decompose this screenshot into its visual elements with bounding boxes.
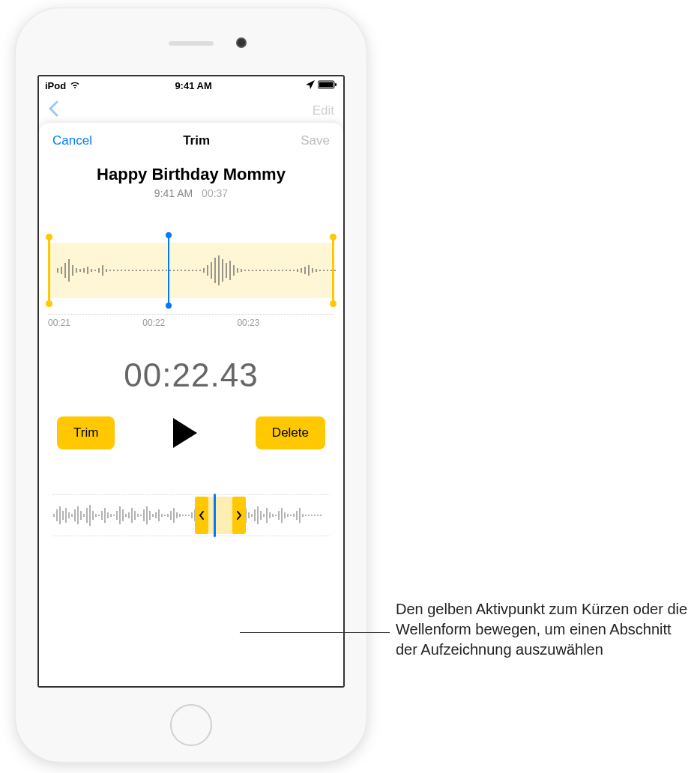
callout-leader-line bbox=[240, 632, 390, 633]
modal-header: Cancel Trim Save bbox=[39, 123, 343, 159]
modal-title: Trim bbox=[183, 133, 210, 148]
overview-waveform-bars bbox=[52, 500, 322, 530]
playback-controls: Trim Delete bbox=[39, 416, 343, 449]
waveform-detail[interactable]: 00:21 00:22 00:23 bbox=[48, 229, 334, 312]
recording-time: 9:41 AM bbox=[154, 187, 193, 199]
ipod-device-frame: iPod 9:41 AM Edit Ca bbox=[15, 7, 367, 763]
waveform-overview[interactable] bbox=[52, 494, 330, 536]
current-timecode: 00:22.43 bbox=[39, 357, 343, 394]
trim-handle-left[interactable] bbox=[48, 237, 50, 304]
time-ruler: 00:21 00:22 00:23 bbox=[48, 314, 334, 328]
carrier-label: iPod bbox=[45, 80, 66, 91]
status-bar: iPod 9:41 AM bbox=[39, 76, 343, 94]
home-button[interactable] bbox=[170, 704, 212, 746]
edit-label: Edit bbox=[313, 103, 334, 118]
recording-duration: 00:37 bbox=[202, 187, 228, 199]
trim-modal: Cancel Trim Save Happy Birthday Mommy 9:… bbox=[39, 123, 343, 686]
cancel-button[interactable]: Cancel bbox=[52, 133, 92, 148]
battery-icon bbox=[318, 80, 337, 91]
screen: iPod 9:41 AM Edit Ca bbox=[37, 75, 345, 688]
svg-rect-2 bbox=[335, 83, 337, 86]
overview-playhead[interactable] bbox=[214, 494, 216, 537]
trim-button[interactable]: Trim bbox=[57, 416, 115, 449]
recording-meta: 9:41 AM 00:37 bbox=[39, 187, 343, 199]
svg-rect-1 bbox=[319, 82, 333, 87]
waveform-bars bbox=[54, 252, 339, 289]
overview-trim-handle-left[interactable] bbox=[195, 497, 208, 534]
trim-handle-right[interactable] bbox=[332, 237, 334, 304]
back-chevron-icon bbox=[48, 100, 58, 121]
wifi-icon bbox=[69, 80, 81, 91]
overview-trim-handle-right[interactable] bbox=[232, 497, 246, 534]
ruler-tick bbox=[332, 318, 334, 328]
ruler-tick: 00:22 bbox=[142, 318, 165, 328]
delete-button[interactable]: Delete bbox=[256, 416, 325, 449]
play-button[interactable] bbox=[173, 418, 197, 448]
recording-title: Happy Birthday Mommy bbox=[39, 165, 343, 184]
device-camera bbox=[236, 37, 247, 48]
save-button[interactable]: Save bbox=[301, 133, 330, 148]
location-icon bbox=[306, 80, 315, 91]
ruler-tick: 00:23 bbox=[237, 318, 259, 328]
callout-annotation: Den gelben Aktivpunkt zum Kürzen oder di… bbox=[396, 599, 688, 660]
ruler-tick: 00:21 bbox=[48, 318, 70, 328]
overview-trim-region[interactable] bbox=[196, 497, 244, 534]
status-time: 9:41 AM bbox=[175, 80, 211, 91]
device-speaker bbox=[169, 41, 214, 46]
playhead-indicator[interactable] bbox=[168, 235, 169, 306]
